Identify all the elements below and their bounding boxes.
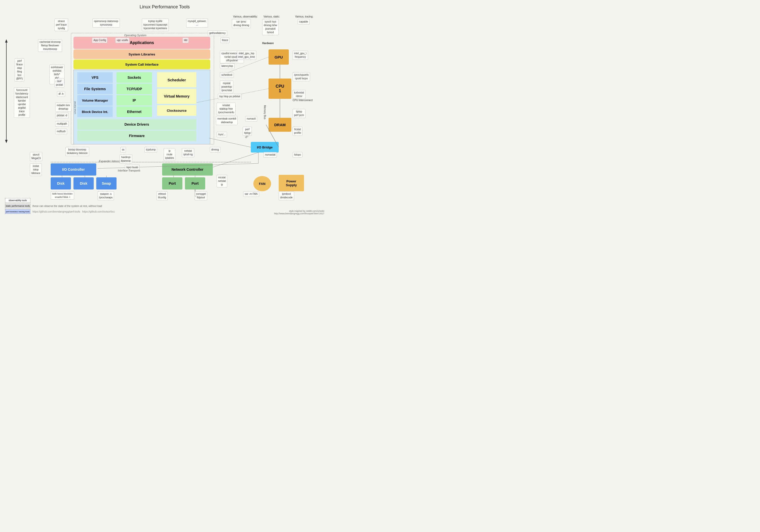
power-supply-box: Power Supply <box>279 175 304 191</box>
os-label: Operating System <box>124 34 146 37</box>
svg-marker-18 <box>5 140 8 143</box>
disk2-box: Disk <box>73 177 94 189</box>
device-drivers-box: Device Drivers <box>77 119 196 130</box>
ethtool-note: ethtool ifconfig <box>157 191 168 200</box>
funccount-note: funccount funclatency stackcount kprobe … <box>14 87 30 118</box>
tracing-legend-item: perf-tools/bcc tracing tools https://git… <box>5 209 115 214</box>
static-desc: these can observe the state of the syste… <box>32 205 102 208</box>
style-credit: style inspired by reddit.com/u/redct <box>274 210 324 212</box>
gpu-box: GPU <box>268 49 289 65</box>
applications-label: Applications <box>130 40 154 45</box>
dram-box: DRAM <box>268 118 291 132</box>
network-controller-box: Network Controller <box>162 164 213 175</box>
pidstat-note: pidstat -d <box>55 113 69 118</box>
tiptop-note: tiptop perf pcm <box>293 109 306 118</box>
disk1-box: Disk <box>51 177 71 189</box>
memleak-note: memleak oomkill slabraetop <box>216 116 238 125</box>
snmpget-note: snmpget lldptool <box>195 191 207 200</box>
virtual-memory-box: Virtual Memory <box>157 89 196 104</box>
gethostlatency-note: gethostlatency <box>208 30 227 36</box>
svg-marker-17 <box>5 39 8 43</box>
tracing-legend-box: perf-tools/bcc tracing tools <box>5 209 30 214</box>
iostat-note: iostat iotop blktrace <box>30 164 42 176</box>
tcpudp-box: TCP/UDP <box>117 84 152 94</box>
static-legend-box: static performance tools <box>5 204 30 208</box>
ltrace-note: ltrace <box>220 37 229 43</box>
sar-fan-note: sar -m FAN <box>243 191 259 197</box>
vfs-box: VFS <box>77 72 113 83</box>
lsof-note: lsof pcstat <box>55 78 64 88</box>
obs-legend-item: observability tools <box>5 198 115 203</box>
various-obs-header: Various, observability: <box>233 15 258 18</box>
capable-note: capable <box>298 19 309 24</box>
syslib-label: System Libraries <box>129 52 155 56</box>
fan-box: FAN <box>253 176 271 191</box>
ip-route-note: ip route iptables <box>164 148 175 161</box>
various-tracing-header: Various, tracing: <box>295 15 313 18</box>
cpu-interconnect-note: CPU Interconnect <box>293 99 312 102</box>
top-htop-note: top htop ps pidstat <box>218 94 242 99</box>
schedtool-note: schedtool <box>220 72 234 78</box>
numastat-note: numastat <box>263 152 277 158</box>
port2-box: Port <box>185 177 205 189</box>
storcli-note: storcli MegaCli <box>30 152 42 161</box>
memory-bus-label: Memory Bus <box>263 105 266 119</box>
brendan-link: http://www.brendangregg.com/linuxperf.ht… <box>274 212 324 215</box>
df-note: df -h <box>57 91 65 97</box>
legend: observability tools static performance t… <box>5 198 115 215</box>
opensnoop-note: opensnoop statsnoop syncsnoop <box>92 19 120 27</box>
tcptop-note: tcptop tcplife tcpconnect tcpaccept tcpc… <box>142 19 169 31</box>
interface-transports-label: Interface Transports <box>118 169 140 172</box>
dmesg-bottom-note: dmesg <box>210 147 220 153</box>
llcstat-note: llcstat profile <box>293 127 303 136</box>
sar-proc-note: sar /proc dmesg dmesg <box>232 19 251 28</box>
ethernet-box: Ethernet <box>117 106 152 117</box>
mysqld-note: mysqld_qslower, ... <box>186 19 208 27</box>
biotop-note: biotop biosnoop biolatency bitesize <box>65 147 89 156</box>
footer-links: style inspired by reddit.com/u/redct htt… <box>274 210 324 215</box>
scheduler-box: Scheduler <box>157 72 196 87</box>
fs-box: File Systems <box>77 84 113 94</box>
various-static-header: Various, static: <box>263 15 280 18</box>
intel-gpu-freq-note: intel_gpu_\ frequency <box>293 51 308 60</box>
syscall-layer: System Call Interface <box>73 60 210 69</box>
firmware-box: Firmware <box>77 130 196 141</box>
link2: https://github.com/iovisor/bcc <box>82 210 115 213</box>
obs-legend-box: observability tools <box>5 198 30 203</box>
turbostat-note: turbostat rdmsr <box>293 90 306 99</box>
numactl-note: numactl <box>245 116 257 121</box>
port1-box: Port <box>162 177 182 189</box>
system-libraries-layer: System Libraries <box>73 49 210 59</box>
mdadm-note: mdadm lvm dmsetup <box>55 103 71 112</box>
sys-path-note: /sys/... <box>216 132 227 137</box>
io-controller-box: I/O Controller <box>51 164 96 175</box>
perf-tiptop-note: perf tiptop <box>243 127 252 136</box>
link1: https://github.com/brendangregg/perf-too… <box>32 210 80 213</box>
swap-box: Swap <box>96 177 117 189</box>
vmstat-note: vmstat slabtop free /proc/meminfo <box>216 103 236 115</box>
svg-line-3 <box>209 138 251 147</box>
ipmitool-note: ipmitool dmidecode <box>279 191 294 200</box>
nicstat-note: nicstat netstat ip <box>216 175 227 187</box>
perf-ftrace-note: perf ftrace stap lttng bcc (BPF) <box>15 58 24 81</box>
sysctl-note: sysctl /sys dmesg lshw journalctl lsmod <box>262 19 279 35</box>
mdflush-note: mdflush <box>55 129 67 134</box>
clocksource-box: Clocksource <box>157 105 196 116</box>
cpu-box: CPU 1 <box>268 78 291 99</box>
volmgr-box: Volume Manager <box>77 95 113 106</box>
static-legend-item: static performance tools these can obser… <box>5 204 115 208</box>
ss-note: ss <box>120 147 126 153</box>
cachestat-note: cachestat dcsnoop filetop fileslower mou… <box>38 39 62 52</box>
latencytop-note: latencytop <box>220 63 235 69</box>
mpstat-note: mpstat powertop /proc/stat <box>220 80 233 93</box>
ldd-note: ldd <box>182 37 189 43</box>
app-config-note: App Config <box>92 37 108 43</box>
page-title: Linux Performance Tools <box>0 1 329 12</box>
proc-cpuinfo-note: /proc/cpuinfo cpuid lscpu <box>293 72 310 81</box>
svg-line-6 <box>213 153 259 167</box>
netstat-note: netstat iptraf-ng <box>182 148 194 157</box>
intel-gpu-top-note: intel_gpu_top intel_gpu_time <box>237 51 257 60</box>
tcpdump-note: tcpdump <box>144 147 157 153</box>
syscall-label: System Call Interface <box>125 63 159 66</box>
lstopo-note: lstopo <box>293 152 303 158</box>
